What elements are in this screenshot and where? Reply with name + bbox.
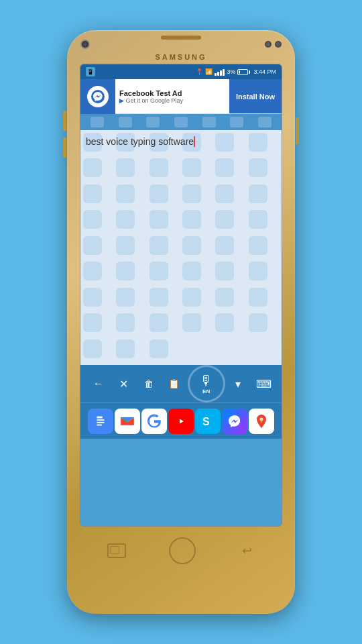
notification-icon: 📱 <box>86 67 95 76</box>
ad-subtitle: ▶ Get it on Google Play <box>119 97 225 104</box>
recent-apps-button[interactable] <box>107 543 126 558</box>
battery-icon <box>237 69 250 75</box>
messenger-icon <box>90 89 105 104</box>
back-icon: ↩ <box>242 543 252 558</box>
maps-app-icon[interactable] <box>249 409 274 434</box>
text-cursor <box>194 136 195 147</box>
ad-subtitle-text: Get it on Google Play <box>126 97 184 104</box>
ad-banner: Facebook Test Ad ▶ Get it on Google Play… <box>80 79 282 114</box>
ad-app-icon-area <box>80 79 115 114</box>
ad-app-icon <box>87 86 109 107</box>
install-button[interactable]: Install Now <box>229 79 282 113</box>
svg-rect-5 <box>97 424 102 425</box>
share-item-6 <box>230 117 243 127</box>
home-button[interactable] <box>169 537 196 564</box>
ad-text-area: Facebook Test Ad ▶ Get it on Google Play <box>115 89 229 104</box>
svg-rect-2 <box>97 416 103 418</box>
sensor-dot-2 <box>275 41 282 48</box>
battery-body <box>237 69 248 75</box>
backspace-icon: ← <box>93 378 104 390</box>
share-item-5 <box>202 117 216 127</box>
battery-tip <box>249 70 250 74</box>
mic-language-label: EN <box>202 388 210 394</box>
signal-bar-4 <box>223 69 225 76</box>
status-left: 📱 <box>86 67 95 76</box>
svg-text:S: S <box>202 416 210 427</box>
share-item-3 <box>146 117 160 127</box>
delete-icon: ✕ <box>119 378 128 390</box>
front-camera <box>80 40 90 49</box>
cut-icon: 🗑 <box>144 378 154 389</box>
share-bar <box>80 114 282 130</box>
mic-icon: 🎙 <box>200 373 213 388</box>
delete-button[interactable]: ✕ <box>112 372 136 396</box>
backspace-button[interactable]: ← <box>86 372 111 396</box>
location-icon: 📍 <box>196 68 203 75</box>
status-right: 📍 📶 3% 3:44 PM <box>196 68 276 76</box>
power-button <box>296 117 299 144</box>
messenger-app-icon[interactable] <box>222 409 247 434</box>
copy-icon: 📋 <box>168 378 180 389</box>
copy-button[interactable]: 📋 <box>162 372 186 396</box>
share-item-7 <box>258 117 272 127</box>
signal-bar-3 <box>220 70 222 76</box>
share-item-4 <box>174 117 188 127</box>
svg-rect-3 <box>97 419 105 421</box>
cut-button[interactable]: 🗑 <box>137 372 161 396</box>
background-icons <box>80 130 282 365</box>
keyboard-button[interactable]: ⌨ <box>251 372 276 396</box>
keyboard-toolbar: ← ✕ 🗑 📋 🎙 EN ▾ ⌨ <box>80 365 282 402</box>
battery-fill <box>239 70 239 74</box>
dropdown-icon: ▾ <box>235 378 241 390</box>
time-display: 3:44 PM <box>253 68 276 75</box>
phone-screen: 📱 📍 📶 3% <box>80 64 282 527</box>
back-button[interactable]: ↩ <box>239 543 255 559</box>
gmail-app-icon[interactable] <box>115 409 140 434</box>
signal-bar-2 <box>217 72 219 76</box>
mic-button[interactable]: 🎙 EN <box>188 365 225 402</box>
top-hardware <box>72 37 290 52</box>
phone-shell: SAMSUNG 📱 📍 📶 3% <box>67 30 295 614</box>
sensor-dot-1 <box>265 41 272 48</box>
keyboard-icon: ⌨ <box>256 378 272 390</box>
signal-bar-1 <box>215 73 217 76</box>
svg-rect-4 <box>97 421 105 423</box>
brand-label: SAMSUNG <box>155 53 206 61</box>
wifi-icon: 📶 <box>205 68 213 75</box>
sensor-area <box>265 41 282 48</box>
phone-bottom-buttons: ↩ <box>72 527 290 575</box>
status-bar: 📱 📍 📶 3% <box>80 64 282 79</box>
share-item-2 <box>119 117 132 127</box>
ad-title: Facebook Test Ad <box>119 89 225 97</box>
text-input-area[interactable]: best voice typing software <box>80 130 282 365</box>
signal-bars <box>215 68 225 76</box>
share-item-1 <box>90 117 104 127</box>
bottom-app-row: S <box>80 402 282 439</box>
vol-up-button <box>63 111 66 131</box>
speaker-grille <box>161 36 201 40</box>
battery-percent: 3% <box>227 68 235 75</box>
youtube-app-icon[interactable] <box>168 409 194 434</box>
skype-app-icon[interactable]: S <box>195 409 221 434</box>
vol-down-button <box>63 138 66 158</box>
typed-text: best voice typing software <box>86 136 194 147</box>
docs-app-icon[interactable] <box>88 409 113 434</box>
svg-rect-1 <box>93 414 108 429</box>
dropdown-button[interactable]: ▾ <box>226 372 250 396</box>
play-store-icon: ▶ <box>119 97 126 104</box>
google-app-icon[interactable] <box>141 409 167 434</box>
